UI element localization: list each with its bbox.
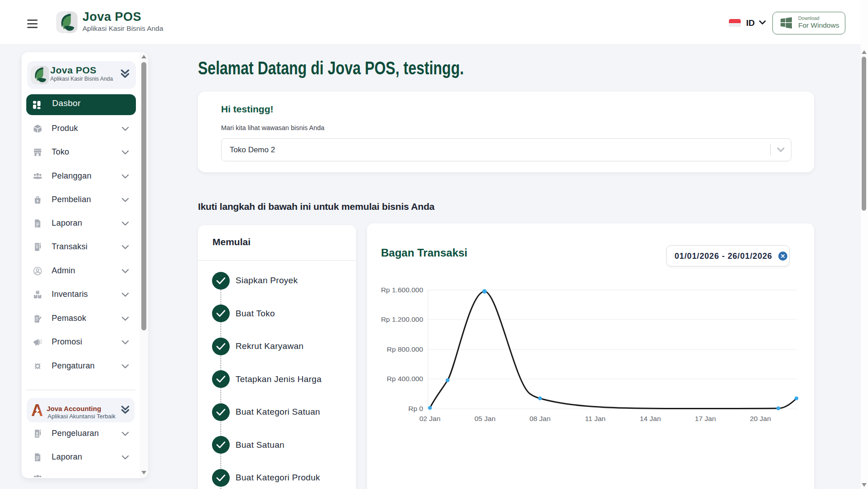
svg-text:Rp 800.000: Rp 800.000 [387,345,424,353]
svg-text:20 Jan: 20 Jan [750,415,771,422]
svg-text:14 Jan: 14 Jan [640,415,661,422]
svg-text:02 Jan: 02 Jan [420,415,441,422]
svg-text:05 Jan: 05 Jan [474,415,496,422]
svg-text:17 Jan: 17 Jan [695,415,716,422]
svg-text:Rp 400.000: Rp 400.000 [387,375,424,382]
svg-text:$: $ [36,431,38,435]
svg-text:Rp 0: Rp 0 [408,405,423,412]
svg-text:Rp 1.200.000: Rp 1.200.000 [381,315,423,323]
svg-text:11 Jan: 11 Jan [585,415,605,422]
svg-text:Rp 1.600.000: Rp 1.600.000 [381,286,423,294]
svg-text:08 Jan: 08 Jan [530,415,551,422]
svg-text:$: $ [36,199,39,203]
